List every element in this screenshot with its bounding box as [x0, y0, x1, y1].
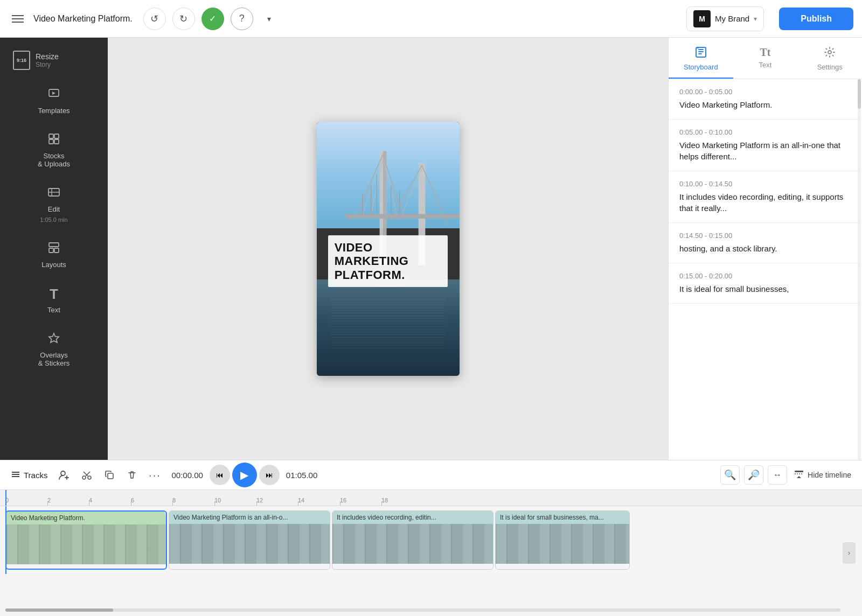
- tab-text[interactable]: Tt Text: [733, 42, 798, 79]
- delete-button[interactable]: [122, 465, 142, 485]
- sidebar-item-layouts[interactable]: Layouts: [4, 234, 103, 277]
- sidebar-item-overlays[interactable]: Overlays& Stickers: [4, 324, 103, 375]
- storyboard-text-4: hosting, and a stock library.: [679, 243, 851, 254]
- publish-button[interactable]: Publish: [779, 8, 853, 30]
- settings-tab-icon: [824, 46, 836, 61]
- tracks-label: Tracks: [24, 471, 47, 480]
- svg-rect-42: [108, 473, 113, 479]
- help-button[interactable]: ?: [231, 8, 253, 30]
- playhead-track-line: [5, 506, 6, 574]
- saved-button[interactable]: ✓: [201, 8, 224, 30]
- svg-line-40: [86, 472, 90, 476]
- clip-3-label: It includes video recording, editin...: [332, 511, 493, 524]
- svg-line-16: [357, 154, 383, 214]
- tracks-icon: [11, 470, 20, 481]
- svg-marker-12: [49, 333, 59, 342]
- sidebar-item-templates[interactable]: Templates: [4, 80, 103, 123]
- storyboard-time-2: 0:05.00 - 0:10.00: [679, 128, 851, 136]
- sidebar-item-edit[interactable]: Edit 1:05.0 min: [4, 178, 103, 232]
- text-tab-icon: Tt: [760, 46, 771, 59]
- timeline-clip-4[interactable]: It is ideal for small businesses, ma...: [495, 510, 630, 570]
- brand-selector[interactable]: M My Brand ▾: [686, 6, 764, 31]
- tab-storyboard[interactable]: Storyboard: [669, 42, 733, 79]
- svg-point-35: [61, 471, 65, 475]
- sidebar: 9:16 Resize Story Templates: [0, 38, 108, 460]
- aspect-ratio-icon: 9:16: [13, 51, 30, 70]
- tab-settings[interactable]: Settings: [797, 42, 862, 79]
- svg-rect-43: [795, 471, 803, 472]
- brand-name: My Brand: [715, 14, 749, 23]
- timeline-scrollbar-area: [5, 608, 840, 612]
- canvas-area: VIDEO MARKETING PLATFORM.: [108, 38, 668, 460]
- sidebar-item-resize[interactable]: 9:16 Resize Story: [4, 43, 103, 78]
- timeline-clip-1[interactable]: Video Marketing Platform.: [5, 510, 167, 570]
- timeline-track: Video Marketing Platform. Video Marketin…: [5, 510, 857, 570]
- hide-timeline-icon: [794, 469, 804, 481]
- hide-timeline-label: Hide timeline: [808, 471, 851, 479]
- zoom-in-button[interactable]: 🔍: [720, 465, 740, 485]
- storyboard-content: 0:00.00 - 0:05.00 Video Marketing Platfo…: [669, 79, 862, 304]
- storyboard-time-3: 0:10.00 - 0:14.50: [679, 180, 851, 188]
- scrollbar-thumb[interactable]: [858, 79, 861, 109]
- svg-rect-24: [345, 214, 460, 218]
- layouts-label: Layouts: [41, 261, 66, 269]
- more-button[interactable]: ▾: [260, 8, 279, 30]
- svg-line-41: [84, 472, 88, 476]
- timeline-clip-3[interactable]: It includes video recording, editin...: [332, 510, 493, 570]
- overlay-text: VIDEO MARKETING PLATFORM.: [335, 241, 442, 282]
- timeline-scrollbar-track[interactable]: [5, 608, 840, 612]
- storyboard-time-1: 0:00.00 - 0:05.00: [679, 88, 851, 96]
- storyboard-text-1: Video Marketing Platform.: [679, 99, 851, 110]
- ruler-mark-10: 10: [214, 497, 221, 503]
- water-reflection: [331, 299, 445, 350]
- cut-button[interactable]: [77, 465, 97, 485]
- menu-button[interactable]: [9, 12, 27, 26]
- scrollbar-track[interactable]: [858, 79, 861, 460]
- settings-tab-label: Settings: [817, 63, 843, 71]
- clip-4-filmstrip: [496, 524, 629, 564]
- undo-button[interactable]: ↺: [143, 8, 166, 30]
- hide-timeline-button[interactable]: Hide timeline: [789, 466, 856, 485]
- video-preview[interactable]: VIDEO MARKETING PLATFORM.: [317, 122, 460, 376]
- timeline-clip-2[interactable]: Video Marketing Platform is an all-in-o.…: [169, 510, 330, 570]
- svg-rect-3: [54, 134, 59, 138]
- storyboard-item-2: 0:05.00 - 0:10.00 Video Marketing Platfo…: [669, 120, 862, 171]
- svg-point-31: [828, 51, 831, 54]
- sidebar-item-text[interactable]: T Text: [4, 278, 103, 322]
- resize-label: Resize: [36, 52, 59, 61]
- storyboard-item-3: 0:10.00 - 0:14.50 It includes video reco…: [669, 171, 862, 223]
- storyboard-time-5: 0:15.00 - 0:20.00: [679, 272, 851, 280]
- add-user-button[interactable]: [54, 465, 74, 485]
- edit-icon: [47, 186, 60, 202]
- zoom-out-button[interactable]: 🔎: [744, 465, 763, 485]
- storyboard-item-5: 0:15.00 - 0:20.00 It is ideal for small …: [669, 263, 862, 304]
- topbar: Video Marketing Platform. ↺ ↻ ✓ ? ▾ M My…: [0, 0, 862, 38]
- overlays-label: Overlays& Stickers: [38, 351, 70, 368]
- resize-sublabel: Story: [36, 61, 59, 68]
- fit-button[interactable]: ↔: [768, 465, 787, 485]
- ruler-mark-18: 18: [381, 497, 388, 503]
- scroll-right-button[interactable]: ›: [843, 542, 856, 564]
- text-icon: T: [50, 286, 58, 303]
- svg-rect-9: [49, 243, 59, 247]
- svg-point-39: [88, 476, 91, 479]
- overlays-icon: [47, 332, 60, 348]
- timeline-toolbar: Tracks: [0, 460, 862, 490]
- svg-rect-4: [49, 139, 53, 144]
- storyboard-text-5: It is ideal for small businesses,: [679, 283, 851, 295]
- redo-button[interactable]: ↻: [172, 8, 195, 30]
- svg-rect-2: [49, 134, 53, 138]
- svg-rect-11: [54, 248, 59, 253]
- tracks-button[interactable]: Tracks: [6, 466, 52, 484]
- brand-chevron-icon: ▾: [754, 15, 757, 23]
- sidebar-item-stocks[interactable]: Stocks& Uploads: [4, 125, 103, 176]
- skip-forward-button[interactable]: ⏭: [259, 465, 280, 485]
- copy-button[interactable]: [99, 465, 120, 485]
- timeline-scrollbar-thumb[interactable]: [5, 608, 113, 612]
- more-options-button[interactable]: ···: [144, 465, 165, 485]
- play-button[interactable]: ▶: [232, 463, 257, 487]
- current-time: 00:00.00: [167, 471, 207, 480]
- skip-back-button[interactable]: ⏮: [210, 465, 230, 485]
- text-label: Text: [47, 306, 60, 314]
- video-text-overlay: VIDEO MARKETING PLATFORM.: [328, 235, 448, 287]
